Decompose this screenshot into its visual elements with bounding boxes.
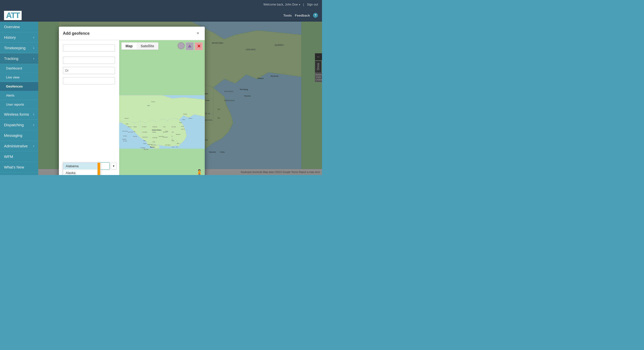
sidebar-item-dispatching[interactable]: Dispatching › — [0, 120, 38, 130]
svg-text:Las Vegas: Las Vegas — [123, 136, 127, 137]
sidebar: Overview History › Timekeeping › Trackin… — [0, 22, 38, 175]
tab-satellite[interactable]: Satellite — [137, 42, 158, 50]
sidebar-item-history[interactable]: History › — [0, 32, 38, 43]
svg-text:Kansas City: Kansas City — [159, 136, 163, 137]
address2-field-group — [63, 67, 115, 74]
top-bar: Welcome back, John Doe ▾ | Sign out — [0, 0, 322, 9]
modal-title: Add geofence — [63, 31, 90, 36]
svg-text:United States: United States — [152, 129, 162, 131]
sidebar-label-wirelessforms: Wireless forms — [4, 112, 29, 116]
sidebar-item-timekeeping[interactable]: Timekeeping › — [0, 43, 38, 53]
sidebar-label-userreports: User reports — [6, 103, 24, 106]
sidebar-subitem-alerts[interactable]: Alerts — [0, 91, 38, 100]
svg-text:Edmonton: Edmonton — [151, 101, 155, 102]
name-field-group — [63, 44, 115, 54]
svg-text:Ottawa: Ottawa — [182, 119, 185, 120]
sidebar-item-tracking[interactable]: Tracking › — [0, 53, 38, 64]
svg-text:Montreal: Montreal — [189, 118, 192, 119]
help-icon[interactable]: ? — [313, 13, 318, 18]
svg-text:San Francisco: San Francisco — [123, 131, 128, 132]
svg-text:Dallas: Dallas — [143, 141, 146, 142]
city-field-group — [63, 77, 115, 84]
svg-text:Los Angeles: Los Angeles — [122, 139, 127, 140]
state-list-scrollbar-thumb — [98, 163, 100, 175]
timekeeping-expand-icon: › — [33, 46, 34, 50]
sidebar-item-overview[interactable]: Overview — [0, 22, 38, 32]
history-expand-icon: › — [33, 36, 34, 39]
state-dropdown-list[interactable]: Alabama Alaska Arizona Arkansas Californ… — [63, 162, 101, 175]
content-area: United States Mexico SASKATCHEWAN MANITO… — [38, 22, 322, 175]
svg-text:Miami: Miami — [177, 143, 179, 144]
svg-text:Guadalajara: Guadalajara — [141, 147, 145, 148]
state-option-alabama[interactable]: Alabama — [63, 163, 100, 169]
svg-text:Havana: Havana — [172, 147, 175, 148]
city-input[interactable] — [63, 77, 115, 84]
state-option-alaska[interactable]: Alaska — [63, 169, 100, 175]
dispatching-expand-icon: › — [33, 123, 34, 127]
svg-text:Atlanta: Atlanta — [172, 141, 174, 142]
map-tab-bar: Map Satellite — [121, 42, 158, 50]
welcome-label: Welcome back, John Doe — [263, 3, 298, 6]
svg-text:Washington: Washington — [176, 134, 180, 135]
draw-circle-tool[interactable] — [178, 42, 185, 49]
tools-link[interactable]: Tools — [283, 14, 292, 17]
svg-text:UTAH: UTAH — [133, 131, 136, 132]
svg-text:WYOMING: WYOMING — [142, 126, 146, 127]
sidebar-subitem-dashboard[interactable]: Dashboard — [0, 64, 38, 73]
svg-text:KANSAS: KANSAS — [152, 132, 156, 133]
svg-text:Cuba: Cuba — [176, 147, 178, 148]
signout-link[interactable]: Sign out — [307, 3, 318, 6]
svg-text:MICHIGAN: MICHIGAN — [172, 126, 176, 127]
modal-header: Add geofence × — [59, 27, 205, 40]
draw-polygon-tool[interactable] — [186, 42, 194, 50]
sidebar-label-geofences: Geofences — [6, 84, 23, 88]
address-input[interactable] — [63, 57, 115, 64]
sidebar-item-administrative[interactable]: Administrative › — [0, 141, 38, 151]
state-dropdown-toggle[interactable]: ▾ — [111, 163, 117, 169]
svg-text:NEVADA: NEVADA — [133, 126, 137, 127]
svg-text:MISSOURI: MISSOURI — [163, 132, 167, 133]
welcome-chevron-icon[interactable]: ▾ — [299, 3, 300, 6]
sidebar-label-liveview: Live view — [6, 75, 19, 79]
svg-text:COLORADO: COLORADO — [142, 132, 147, 133]
feedback-link[interactable]: Feedback — [295, 14, 310, 17]
sidebar-item-wirelessforms[interactable]: Wireless forms › — [0, 109, 38, 120]
modal-map-panel: United States Mexico Seattle San Francis… — [119, 40, 205, 175]
svg-text:Mexico: Mexico — [150, 146, 155, 148]
tab-map[interactable]: Map — [122, 42, 137, 50]
wireless-expand-icon: › — [33, 113, 34, 116]
svg-text:Boston: Boston — [181, 126, 184, 127]
map-pegman[interactable]: 🧍 — [196, 167, 203, 175]
svg-text:Vancouver: Vancouver — [125, 118, 129, 119]
svg-text:New York: New York — [181, 129, 185, 130]
sidebar-item-whatsnew[interactable]: What's New — [0, 162, 38, 172]
svg-text:Toronto: Toronto — [179, 122, 182, 123]
svg-text:ARKANSAS: ARKANSAS — [163, 137, 168, 138]
svg-text:IOWA: IOWA — [163, 126, 166, 127]
svg-text:Gulf of Mexico: Gulf of Mexico — [165, 145, 171, 146]
svg-text:OKLAHOMA: OKLAHOMA — [152, 137, 157, 138]
sidebar-subitem-userreports[interactable]: User reports — [0, 100, 38, 109]
address2-input[interactable] — [63, 67, 115, 74]
modal-close-button[interactable]: × — [195, 30, 201, 36]
svg-text:ARIZONA: ARIZONA — [133, 136, 137, 137]
sidebar-subitem-geofences[interactable]: Geofences — [0, 82, 38, 91]
sidebar-item-wfm[interactable]: WFM — [0, 151, 38, 162]
sidebar-label-history: History — [4, 35, 16, 39]
sidebar-label-overview: Overview — [4, 25, 20, 29]
svg-text:Mexico City: Mexico City — [144, 149, 148, 150]
sidebar-item-messaging[interactable]: Messaging — [0, 130, 38, 141]
admin-expand-icon: › — [33, 144, 34, 148]
state-list-scrollbar[interactable] — [97, 163, 100, 175]
app-header: ATT Tools Feedback ? — [0, 9, 322, 22]
map-tools: ✕ — [178, 42, 203, 50]
sidebar-subitem-liveview[interactable]: Live view — [0, 73, 38, 82]
sidebar-label-administrative: Administrative — [4, 144, 28, 148]
close-draw-tool[interactable]: ✕ — [195, 42, 203, 50]
modal-form-panel: Alabama Alaska Arizona Arkansas Californ… — [59, 40, 119, 175]
name-input[interactable] — [63, 44, 115, 52]
svg-text:Winnipeg: Winnipeg — [183, 114, 187, 115]
divider: | — [303, 3, 304, 6]
svg-text:NEW MEXICO: NEW MEXICO — [142, 137, 148, 138]
svg-text:Seattle: Seattle — [126, 123, 129, 124]
